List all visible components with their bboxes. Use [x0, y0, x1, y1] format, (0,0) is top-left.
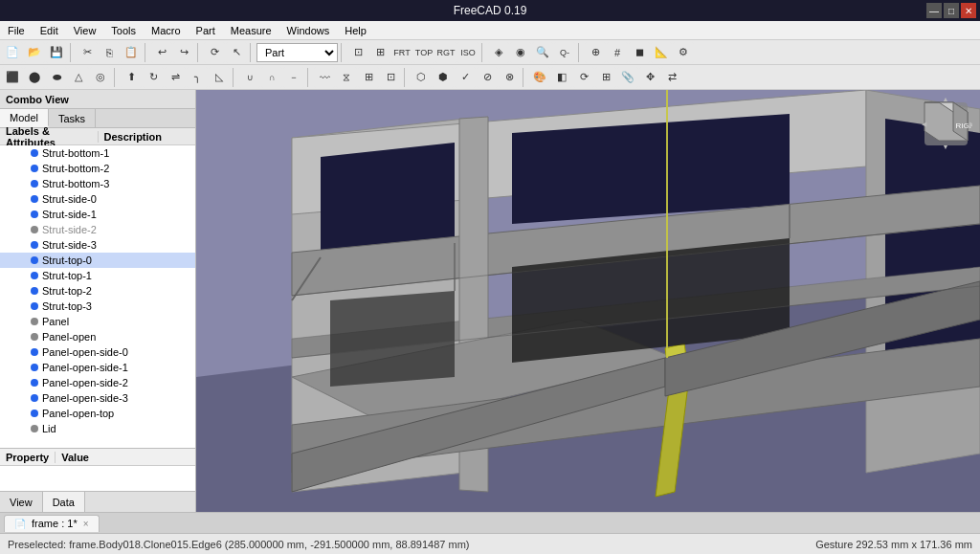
tree-item[interactable]: Panel — [0, 314, 195, 329]
cut-button[interactable]: ✂ — [77, 42, 98, 63]
tree-item[interactable]: Panel-open — [0, 329, 195, 344]
subtract-button[interactable]: − — [283, 67, 304, 88]
menu-tools[interactable]: Tools — [103, 21, 144, 39]
view-front-button[interactable]: FRT — [391, 42, 412, 63]
tree-item[interactable]: Strut-side-1 — [0, 207, 195, 222]
zoom-out-button[interactable]: Q- — [554, 42, 575, 63]
open-button[interactable]: 📂 — [24, 42, 45, 63]
check-button[interactable]: ✓ — [455, 67, 476, 88]
sweep-button[interactable]: 〰 — [314, 67, 335, 88]
tree-item[interactable]: Strut-side-0 — [0, 191, 195, 207]
workbench-dropdown[interactable]: Part PartDesign Sketcher — [256, 43, 338, 62]
tree-item[interactable]: Panel-open-side-0 — [0, 344, 195, 360]
tree-item-label: Panel-open-side-3 — [42, 392, 128, 404]
convert-button[interactable]: ⇄ — [661, 67, 682, 88]
menu-measure[interactable]: Measure — [223, 21, 279, 39]
axis-button[interactable]: ⊕ — [585, 42, 606, 63]
align-button[interactable]: ⊞ — [595, 67, 616, 88]
attach-button[interactable]: 📎 — [617, 67, 638, 88]
tree-item[interactable]: Panel-open-side-1 — [0, 360, 195, 375]
menu-part[interactable]: Part — [189, 21, 223, 39]
cylinder-button[interactable]: ⬬ — [46, 67, 67, 88]
slice-button[interactable]: ⊗ — [499, 67, 520, 88]
zoom-all-button[interactable]: ⊞ — [369, 42, 390, 63]
offset-button[interactable]: ⊞ — [358, 67, 379, 88]
menu-file[interactable]: File — [0, 21, 33, 39]
paste-button[interactable]: 📋 — [121, 42, 142, 63]
color-button[interactable]: 🎨 — [529, 67, 550, 88]
revolve-button[interactable]: ↻ — [143, 67, 164, 88]
thick-button[interactable]: ⊡ — [380, 67, 401, 88]
tree-item[interactable]: Strut-bottom-2 — [0, 161, 195, 176]
new-button[interactable]: 📄 — [2, 42, 23, 63]
close-button[interactable]: ✕ — [961, 3, 976, 18]
tree-item-dot — [31, 165, 38, 172]
tree-item[interactable]: Lid — [0, 421, 195, 436]
menu-help[interactable]: Help — [337, 21, 374, 39]
sphere-button[interactable]: ⬤ — [24, 67, 45, 88]
tree-item[interactable]: Panel-open-side-2 — [0, 375, 195, 390]
tree-item[interactable]: Strut-bottom-1 — [0, 145, 195, 161]
texture-button[interactable]: ◧ — [551, 67, 572, 88]
pointer-button[interactable]: ↖ — [226, 42, 247, 63]
cone-button[interactable]: △ — [68, 67, 89, 88]
nav-cube[interactable]: RIGHT ▲ ▼ ◀ ▶ — [920, 98, 972, 150]
zoom-in-button[interactable]: 🔍 — [532, 42, 553, 63]
compound-button[interactable]: ⬡ — [411, 67, 432, 88]
view-top-button[interactable]: TOP — [413, 42, 434, 63]
menu-view[interactable]: View — [66, 21, 104, 39]
menu-windows[interactable]: Windows — [279, 21, 338, 39]
undo-button[interactable]: ↩ — [151, 42, 172, 63]
move-button[interactable]: ✥ — [639, 67, 660, 88]
menu-macro[interactable]: Macro — [144, 21, 189, 39]
doc-tab-frame[interactable]: 📄 frame : 1* × — [4, 515, 100, 532]
intersect-button[interactable]: ∩ — [261, 67, 282, 88]
mirror-button[interactable]: ⇌ — [165, 67, 186, 88]
transform-button[interactable]: ⟳ — [573, 67, 594, 88]
menu-edit[interactable]: Edit — [33, 21, 66, 39]
tree-item[interactable]: Strut-top-3 — [0, 299, 195, 314]
union-button[interactable]: ∪ — [239, 67, 260, 88]
doc-tab-close[interactable]: × — [83, 519, 89, 529]
status-right: Gesture 292.53 mm x 171.36 mm — [815, 539, 972, 550]
status-left: Preselected: frame.Body018.Clone015.Edge… — [8, 539, 469, 550]
view-right-button[interactable]: RGT — [435, 42, 457, 63]
minimize-button[interactable]: — — [926, 3, 942, 18]
bottom-tab-view[interactable]: View — [0, 492, 43, 512]
zoom-fit-button[interactable]: ⊡ — [347, 42, 368, 63]
tree-item[interactable]: Strut-top-1 — [0, 268, 195, 283]
tree-item-dot — [31, 226, 38, 233]
tree-item[interactable]: Strut-side-3 — [0, 237, 195, 253]
box-button[interactable]: ⬛ — [2, 67, 23, 88]
render-button[interactable]: ◼ — [629, 42, 650, 63]
section-button[interactable]: ⊘ — [477, 67, 498, 88]
view-iso-button[interactable]: ISO — [457, 42, 479, 63]
addon-btn[interactable]: ⚙ — [673, 42, 694, 63]
stereo-button[interactable]: ◉ — [510, 42, 531, 63]
fillet-button[interactable]: ╮ — [187, 67, 208, 88]
draw-style-button[interactable]: ◈ — [488, 42, 509, 63]
tree-item[interactable]: Strut-bottom-3 — [0, 176, 195, 191]
tree-item[interactable]: Strut-top-0 — [0, 253, 195, 268]
bottom-tab-data[interactable]: Data — [43, 492, 85, 512]
torus-button[interactable]: ◎ — [90, 67, 111, 88]
tree-item[interactable]: Panel-open-top — [0, 406, 195, 421]
save-button[interactable]: 💾 — [46, 42, 67, 63]
tree-item[interactable]: Strut-top-2 — [0, 283, 195, 299]
chamfer-button[interactable]: ◺ — [209, 67, 230, 88]
loft-button[interactable]: ⧖ — [336, 67, 357, 88]
copy-button[interactable]: ⎘ — [99, 42, 120, 63]
maximize-button[interactable]: □ — [944, 3, 959, 18]
tree-item[interactable]: Panel-open-side-3 — [0, 390, 195, 406]
extrude-button[interactable]: ⬆ — [121, 67, 142, 88]
refresh-button[interactable]: ⟳ — [204, 42, 225, 63]
tree-item-label: Panel-open-side-1 — [42, 362, 128, 373]
grid-button[interactable]: # — [607, 42, 628, 63]
redo-button[interactable]: ↪ — [173, 42, 194, 63]
svg-text:▼: ▼ — [943, 144, 949, 150]
tree-item[interactable]: Strut-side-2 — [0, 222, 195, 237]
measure-btn[interactable]: 📐 — [651, 42, 672, 63]
3d-viewport[interactable]: RIGHT ▲ ▼ ◀ ▶ — [196, 90, 980, 512]
tree-item-dot — [31, 302, 38, 310]
explode-button[interactable]: ⬢ — [433, 67, 454, 88]
